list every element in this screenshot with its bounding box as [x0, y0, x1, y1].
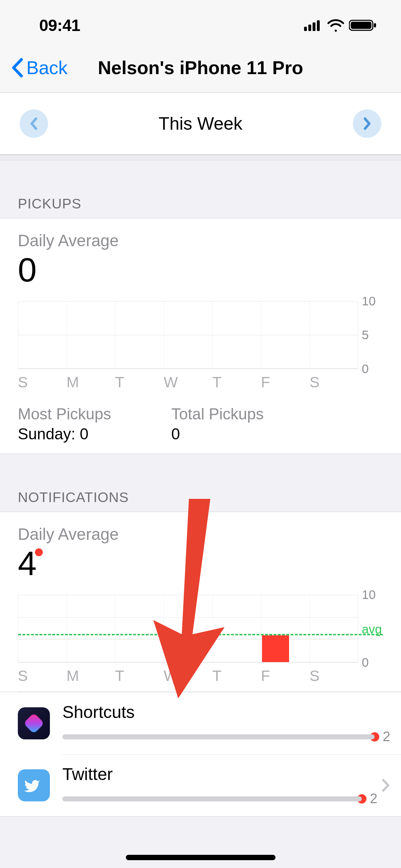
pickups-x-axis: S M T W T F S	[18, 369, 383, 391]
most-pickups-value: Sunday: 0	[18, 425, 171, 443]
change-dot-icon	[35, 548, 43, 556]
week-label: This Week	[159, 113, 242, 134]
svg-rect-7	[24, 713, 44, 734]
pickups-card: Daily Average 0 10 5 0 S M T W T F S Mos…	[0, 218, 401, 454]
week-prev-button[interactable]	[20, 109, 48, 138]
app-name: Shortcuts	[62, 702, 390, 722]
svg-rect-3	[317, 20, 320, 31]
shortcuts-app-icon	[18, 707, 50, 739]
avg-line	[18, 634, 383, 635]
y-tick: 10	[362, 588, 376, 602]
x-tick: S	[18, 667, 66, 684]
status-time: 09:41	[18, 16, 80, 35]
x-tick: T	[115, 667, 164, 684]
twitter-app-icon	[18, 769, 50, 801]
most-pickups-label: Most Pickups	[18, 405, 171, 423]
chevron-left-icon	[29, 117, 39, 131]
x-tick: S	[310, 374, 358, 391]
section-header-pickups: PICKUPS	[0, 160, 401, 218]
wifi-icon	[327, 19, 345, 32]
pickups-daily-avg-label: Daily Average	[18, 231, 383, 250]
notifications-bar-friday	[262, 635, 289, 662]
pickups-chart: 10 5 0	[18, 301, 383, 369]
chevron-right-icon	[381, 778, 390, 793]
x-tick: W	[164, 374, 212, 391]
app-name: Twitter	[62, 764, 377, 784]
app-count: 2	[370, 791, 377, 806]
x-tick: T	[212, 374, 261, 391]
section-header-notifications: NOTIFICATIONS	[0, 454, 401, 512]
svg-rect-0	[304, 27, 307, 31]
x-tick: F	[261, 667, 309, 684]
total-pickups-label: Total Pickups	[171, 405, 384, 423]
chevron-left-icon	[11, 57, 24, 78]
app-bar	[62, 734, 375, 739]
nav-bar: Back Nelson's iPhone 11 Pro	[0, 43, 401, 93]
pickups-stats: Most Pickups Sunday: 0 Total Pickups 0	[18, 405, 383, 443]
x-tick: T	[115, 374, 164, 391]
x-tick: M	[66, 667, 115, 684]
svg-rect-6	[374, 23, 376, 27]
back-button[interactable]: Back	[11, 57, 68, 78]
y-tick: 0	[362, 362, 369, 376]
x-tick: T	[212, 667, 261, 684]
back-label: Back	[26, 57, 68, 78]
notifications-app-list: Shortcuts 2 Twitter 2	[0, 692, 401, 817]
battery-icon	[349, 19, 377, 32]
y-tick: 10	[362, 294, 376, 308]
pickups-daily-avg-value: 0	[18, 253, 383, 287]
avg-label: avg	[362, 622, 382, 636]
week-next-button[interactable]	[353, 109, 381, 138]
section-divider	[0, 155, 401, 160]
svg-rect-1	[308, 25, 311, 31]
x-tick: M	[66, 374, 115, 391]
home-indicator[interactable]	[126, 855, 276, 860]
x-tick: S	[18, 374, 66, 391]
total-pickups-value: 0	[171, 425, 384, 443]
x-tick: S	[310, 667, 358, 684]
y-tick: 0	[362, 655, 369, 670]
notifications-chart: 10 avg 0	[18, 595, 383, 662]
app-row-shortcuts[interactable]: Shortcuts 2	[0, 692, 401, 754]
svg-rect-2	[313, 22, 315, 31]
cellular-icon	[304, 20, 323, 31]
app-row-twitter[interactable]: Twitter 2	[0, 754, 401, 816]
notifications-card: Daily Average 4 10 avg 0 S M T W T F S	[0, 512, 401, 692]
notifications-daily-avg-value: 4	[18, 547, 383, 580]
y-tick: 5	[362, 328, 369, 342]
notifications-daily-avg-label: Daily Average	[18, 525, 383, 544]
week-selector: This Week	[0, 93, 401, 155]
status-icons	[304, 19, 383, 32]
app-bar	[62, 796, 362, 801]
app-count: 2	[383, 729, 390, 744]
x-tick: W	[164, 667, 212, 684]
notifications-x-axis: S M T W T F S	[18, 662, 383, 684]
chevron-right-icon	[362, 117, 372, 131]
x-tick: F	[261, 374, 309, 391]
status-bar: 09:41	[0, 0, 401, 43]
svg-rect-5	[351, 22, 371, 29]
